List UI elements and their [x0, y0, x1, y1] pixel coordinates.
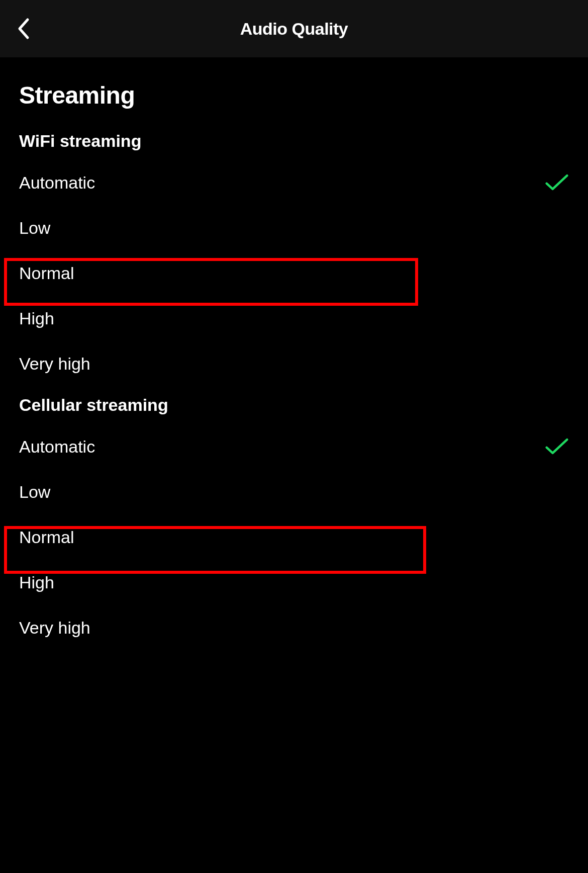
cellular-option-high[interactable]: High [0, 560, 588, 605]
check-icon [545, 434, 569, 459]
wifi-streaming-title: WiFi streaming [0, 131, 588, 160]
option-label: Automatic [19, 437, 95, 457]
content: Streaming WiFi streaming Automatic Low N… [0, 57, 588, 650]
back-button[interactable] [11, 16, 36, 41]
wifi-option-automatic[interactable]: Automatic [0, 160, 588, 205]
cellular-option-very-high[interactable]: Very high [0, 605, 588, 650]
section-title-streaming: Streaming [0, 81, 588, 131]
cellular-option-automatic[interactable]: Automatic [0, 424, 588, 469]
option-label: High [19, 309, 54, 328]
wifi-option-normal[interactable]: Normal [0, 250, 588, 296]
cellular-streaming-title: Cellular streaming [0, 386, 588, 424]
option-label: Very high [19, 618, 90, 638]
chevron-left-icon [17, 18, 31, 40]
option-label: Automatic [19, 173, 95, 193]
header: Audio Quality [0, 0, 588, 57]
option-label: Very high [19, 354, 90, 374]
option-label: Normal [19, 528, 74, 547]
check-icon [545, 170, 569, 195]
option-label: High [19, 573, 54, 592]
option-label: Low [19, 482, 50, 502]
option-label: Low [19, 218, 50, 238]
option-label: Normal [19, 264, 74, 283]
wifi-option-very-high[interactable]: Very high [0, 341, 588, 386]
cellular-option-low[interactable]: Low [0, 469, 588, 514]
page-title: Audio Quality [0, 19, 588, 39]
cellular-option-normal[interactable]: Normal [0, 514, 588, 560]
wifi-option-high[interactable]: High [0, 296, 588, 341]
wifi-option-low[interactable]: Low [0, 205, 588, 250]
